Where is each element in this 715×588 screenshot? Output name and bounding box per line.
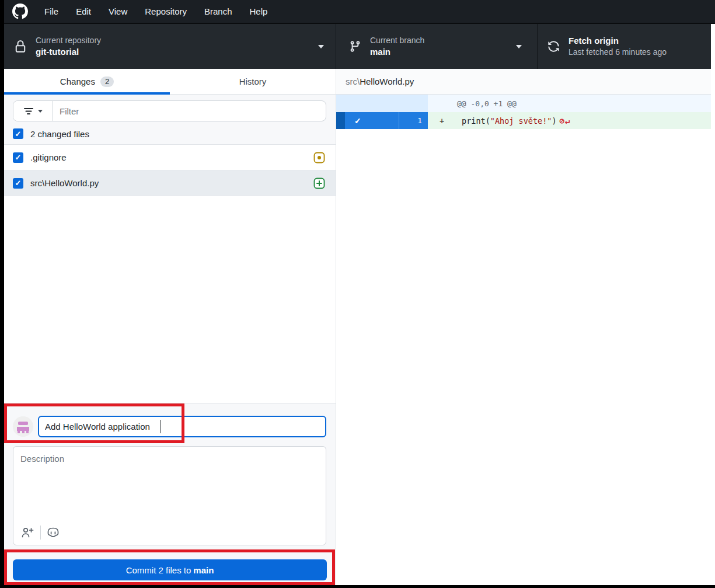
chevron-down-icon	[516, 45, 522, 48]
commit-description-input[interactable]	[13, 447, 326, 516]
diff-plus-marker: +	[440, 116, 462, 126]
divider	[40, 526, 41, 540]
filter-input[interactable]	[53, 101, 326, 121]
tab-history[interactable]: History	[170, 69, 336, 94]
menu-bar: File Edit View Repository Branch Help	[4, 0, 715, 24]
check-icon: ✓	[354, 116, 361, 126]
select-all-label: 2 changed files	[30, 129, 89, 139]
menu-item-repository[interactable]: Repository	[136, 0, 196, 23]
select-all-checkbox[interactable]: ✓	[13, 128, 23, 139]
diff-path-prefix: src\	[346, 76, 360, 86]
commit-summary-input[interactable]	[38, 416, 326, 437]
screen-edge-right	[711, 24, 715, 585]
diff-line-include-checkbox[interactable]: ✓	[345, 112, 399, 129]
diff-added-line: ✓ 1 +print("Ahoj světe!")⊘↵	[336, 112, 711, 129]
menu-item-view[interactable]: View	[100, 0, 136, 23]
diff-panel: src\HelloWorld.py @@ -0,0 +1 @@ ✓ 1 +pri…	[336, 69, 711, 585]
tab-changes-label: Changes	[60, 76, 95, 86]
no-newline-icon: ⊘↵	[560, 116, 571, 126]
diff-added-icon	[313, 178, 325, 189]
file-checkbox[interactable]: ✓	[13, 152, 23, 163]
code-string: "Ahoj světe!"	[490, 116, 552, 126]
diff-hunk-row: @@ -0,0 +1 @@	[336, 95, 711, 112]
commit-button-branch: main	[193, 565, 214, 575]
person-add-icon	[21, 526, 35, 539]
filter-options-button[interactable]	[13, 101, 53, 121]
screen-edge-bottom	[0, 585, 715, 588]
diff-line-number: 1	[399, 112, 428, 129]
github-octocat-icon	[12, 4, 28, 20]
changed-files-list: ✓ .gitignore ✓ src\HelloWorld.py	[4, 145, 336, 196]
file-name: .gitignore	[30, 152, 313, 162]
code-paren-close: )	[552, 116, 556, 126]
commit-button[interactable]: Commit 2 files to main	[13, 559, 327, 580]
file-row-gitignore[interactable]: ✓ .gitignore	[4, 145, 336, 171]
menu-items: File Edit View Repository Branch Help	[36, 0, 276, 23]
menu-item-edit[interactable]: Edit	[67, 0, 100, 23]
menu-item-branch[interactable]: Branch	[196, 0, 241, 23]
diff-path-name: HelloWorld.py	[360, 76, 414, 86]
copilot-icon	[46, 526, 60, 539]
sync-icon	[547, 40, 560, 53]
diff-line-code: +print("Ahoj světe!")⊘↵	[428, 112, 711, 129]
chevron-down-icon	[38, 110, 43, 113]
fetch-origin-title: Fetch origin	[568, 35, 667, 47]
select-all-row: ✓ 2 changed files	[4, 123, 336, 145]
changes-list-header: ✓ 2 changed files	[4, 95, 336, 145]
tab-history-label: History	[239, 76, 267, 86]
diff-hunk-header: @@ -0,0 +1 @@	[428, 95, 711, 112]
diff-line-hunk-strip	[336, 112, 345, 129]
fetch-origin-button[interactable]: Fetch origin Last fetched 6 minutes ago	[537, 24, 711, 69]
code-function: print(	[462, 116, 490, 126]
lock-icon	[14, 40, 27, 53]
file-name: src\HelloWorld.py	[30, 178, 313, 188]
changes-history-tabbar: Changes 2 History	[4, 69, 336, 95]
add-coauthor-button[interactable]	[19, 524, 37, 541]
diff-file-header: src\HelloWorld.py	[336, 69, 711, 95]
tab-changes[interactable]: Changes 2	[4, 69, 170, 94]
current-repository-dropdown[interactable]: Current repository git-tutorial	[4, 24, 336, 69]
file-checkbox[interactable]: ✓	[13, 178, 23, 189]
filter-group	[13, 100, 326, 121]
diff-hunk-gutter	[336, 95, 428, 112]
commit-description-box	[13, 446, 326, 545]
changes-count-badge: 2	[100, 76, 114, 87]
github-desktop-window: File Edit View Repository Branch Help Cu…	[0, 0, 715, 588]
screen-edge-left	[0, 0, 4, 588]
menu-item-file[interactable]: File	[36, 0, 67, 23]
current-branch-label: Current branch	[370, 35, 424, 46]
fetch-origin-subtitle: Last fetched 6 minutes ago	[568, 47, 667, 58]
commit-button-label: Commit 2 files to	[126, 565, 191, 575]
description-actions	[19, 524, 62, 541]
current-branch-dropdown[interactable]: Current branch main	[336, 24, 537, 69]
chevron-down-icon	[318, 45, 324, 48]
git-branch-icon	[349, 40, 361, 53]
current-repository-value: git-tutorial	[36, 46, 101, 58]
current-branch-value: main	[370, 46, 424, 58]
current-repository-label: Current repository	[36, 35, 101, 46]
commit-form: Commit 2 files to main	[4, 403, 336, 585]
toolbar: Current repository git-tutorial Current …	[4, 24, 711, 69]
copilot-button[interactable]	[44, 524, 62, 541]
funnel-icon	[23, 106, 34, 116]
menu-item-help[interactable]: Help	[241, 0, 277, 23]
file-row-helloworld[interactable]: ✓ src\HelloWorld.py	[4, 171, 336, 196]
text-cursor	[161, 420, 161, 433]
diff-modified-icon	[313, 152, 325, 163]
avatar	[13, 416, 33, 437]
